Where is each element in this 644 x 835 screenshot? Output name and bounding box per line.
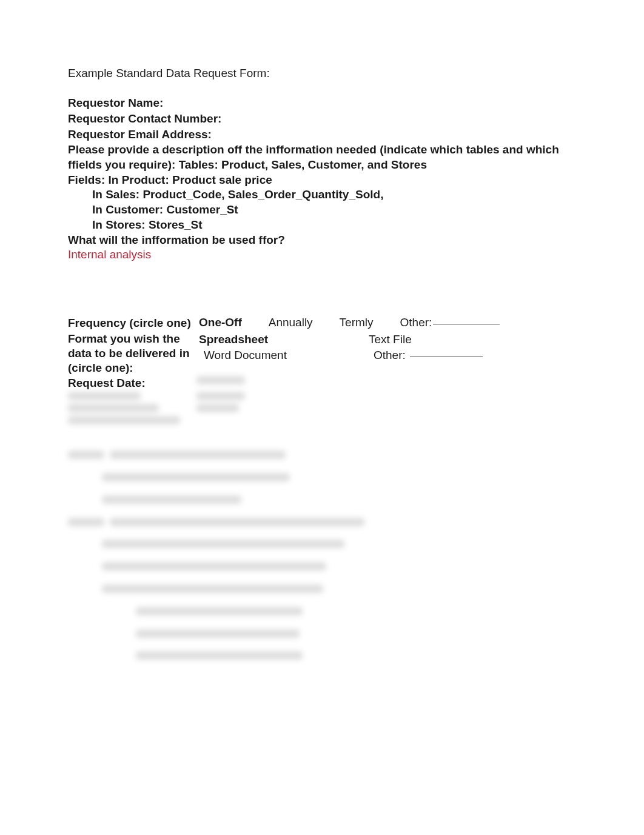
freq-annually[interactable]: Annually (269, 316, 313, 329)
description-block: Please provide a description off the inf… (68, 143, 576, 232)
format-other[interactable]: Other: (369, 347, 576, 363)
freq-one-off[interactable]: One-Off (199, 316, 242, 329)
row-request-date: Request Date: (68, 376, 576, 391)
row-format: Format you wish the data to be delivered… (68, 332, 576, 375)
fields-customer: In Customer: Customer_St (68, 203, 576, 218)
label-requestor-contact: Requestor Contact Number: (68, 112, 226, 126)
field-requestor-contact[interactable] (226, 112, 576, 125)
row-requestor-contact: Requestor Contact Number: (68, 112, 576, 126)
format-other-label: Other: (374, 347, 406, 363)
format-options: Spreadsheet Word Document Text File Othe… (196, 332, 576, 363)
description-lead: Please provide a description off the inf… (68, 143, 576, 172)
document-page: Example Standard Data Request Form: Requ… (0, 0, 644, 835)
format-text-file[interactable]: Text File (369, 332, 576, 347)
freq-other-blank[interactable] (433, 323, 500, 324)
obscured-section (68, 392, 576, 668)
label-requestor-email: Requestor Email Address: (68, 127, 216, 142)
row-frequency: Frequency (circle one) One-Off Annually … (68, 316, 576, 330)
label-frequency: Frequency (circle one) (68, 316, 196, 330)
label-requestor-name: Requestor Name: (68, 96, 196, 110)
row-requestor-email: Requestor Email Address: (68, 127, 576, 142)
field-requestor-email[interactable] (216, 127, 576, 141)
used-for-question: What will the infformation be used ffor? (68, 233, 576, 247)
row-requestor-name: Requestor Name: (68, 96, 576, 110)
format-spreadsheet[interactable]: Spreadsheet (199, 332, 369, 347)
fields-sales: In Sales: Product_Code, Sales_Order_Quan… (68, 187, 576, 203)
fields-line: Fields: In Product: Product sale price (68, 173, 576, 188)
label-request-date: Request Date: (68, 376, 196, 391)
field-request-date[interactable] (196, 376, 576, 387)
format-word-document[interactable]: Word Document (199, 347, 369, 363)
freq-other-label: Other: (400, 316, 432, 329)
form-title: Example Standard Data Request Form: (68, 67, 576, 80)
used-for-answer: Internal analysis (68, 248, 576, 309)
format-other-blank[interactable] (410, 355, 483, 357)
label-format: Format you wish the data to be delivered… (68, 332, 196, 375)
fields-stores: In Stores: Stores_St (68, 218, 576, 233)
freq-other[interactable]: Other: (400, 316, 500, 329)
freq-termly[interactable]: Termly (340, 316, 374, 329)
field-requestor-name[interactable] (196, 96, 576, 109)
frequency-options: One-Off Annually Termly Other: (196, 316, 576, 329)
